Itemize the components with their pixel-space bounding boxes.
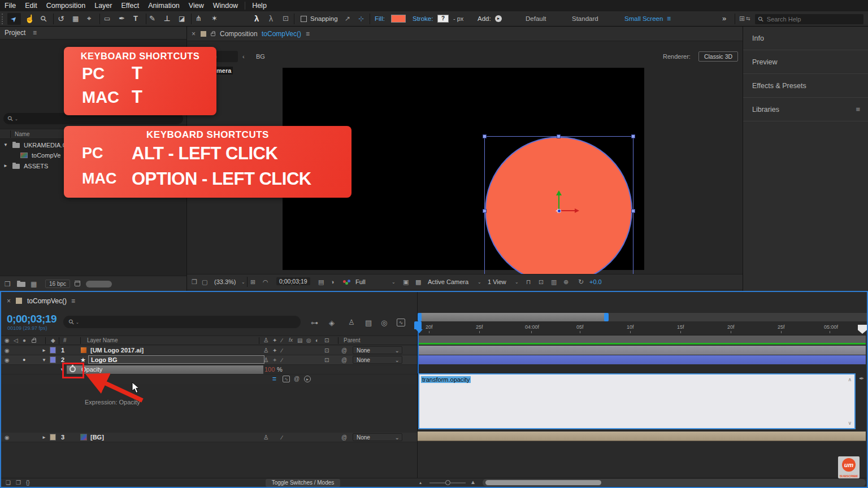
breadcrumb-current[interactable]: BG [256, 54, 265, 60]
interpret-footage-icon[interactable]: ❒ [5, 281, 11, 287]
project-panel-menu-icon[interactable]: ≡ [33, 29, 37, 36]
new-folder-icon[interactable] [17, 282, 25, 287]
menu-view[interactable]: View [184, 2, 209, 10]
layer-name[interactable]: [UM Logo 2017.ai] [90, 347, 144, 354]
parent-pickwhip-icon[interactable]: @ [341, 358, 347, 363]
video-column-icon[interactable]: ◉ [5, 338, 10, 343]
workspace-standard[interactable]: Standard [572, 16, 598, 23]
always-preview-icon[interactable]: ❒ [192, 279, 197, 285]
panel-tab-effects-presets[interactable]: Effects & Presets [743, 74, 868, 98]
layer-name[interactable]: [BG] [90, 434, 104, 441]
project-item-label[interactable]: ASSETS [24, 163, 48, 169]
menu-animation[interactable]: Animation [144, 2, 184, 10]
layer-name-column-header[interactable]: Layer Name [87, 338, 118, 343]
magnification-value[interactable]: (33.3%) [214, 279, 236, 285]
reset-exposure-icon[interactable]: ↻ [578, 278, 584, 285]
close-icon[interactable]: × [7, 298, 11, 304]
search-options-chevron-icon[interactable]: ⌄ [15, 117, 18, 121]
view-layout-dropdown[interactable]: 1 View [488, 279, 506, 285]
quality-switch-icon[interactable]: ∕ [281, 358, 283, 363]
solo-dot-icon[interactable]: ● [23, 358, 25, 363]
selection-handle[interactable] [483, 209, 487, 213]
expression-side-icon[interactable]: ✒ [859, 376, 864, 382]
3d-box-icon[interactable]: ⊡ [324, 348, 329, 354]
project-panel-title[interactable]: Project [5, 29, 25, 36]
3d-box-icon[interactable]: ⊡ [324, 358, 329, 363]
quality-switch-icon[interactable]: ∕ [281, 348, 283, 354]
viewer-timecode[interactable]: 0;00;03;19 [276, 277, 310, 285]
stroke-width-label[interactable]: - px [453, 16, 463, 22]
selection-handle[interactable] [557, 134, 561, 138]
roto-brush-tool-icon[interactable]: ⋔ [196, 15, 202, 22]
panel-tab-info[interactable]: Info [743, 27, 868, 50]
menu-effect[interactable]: Effect [116, 2, 144, 10]
menu-edit[interactable]: Edit [20, 2, 42, 10]
fill-swatch[interactable] [391, 15, 406, 23]
anchor-point[interactable] [557, 209, 561, 213]
mask-visibility-icon[interactable]: ◠ [263, 279, 268, 285]
rig-bounds-icon[interactable]: ⊡ [283, 15, 289, 22]
motion-blur-switch-icon[interactable]: ◎ [306, 338, 311, 343]
workspace-menu-icon[interactable]: ≡ [667, 15, 671, 22]
disclosure-closed-icon[interactable]: ► [42, 348, 46, 353]
project-scrollbar[interactable] [86, 281, 112, 287]
layer-3-duration-bar[interactable] [418, 432, 866, 441]
rotate-tool-icon[interactable]: ↺ [58, 15, 64, 23]
renderer-value-button[interactable]: Classic 3D [698, 51, 738, 62]
layer-label-color[interactable] [50, 434, 56, 441]
help-search-box[interactable]: ⚲ [755, 14, 863, 24]
fast-previews-icon[interactable]: ⊡ [539, 279, 544, 285]
expression-pickwhip-icon[interactable]: @ [294, 376, 300, 382]
workspace-switcher-arrows-icon[interactable]: ⇆ [746, 16, 750, 21]
playhead-line[interactable] [418, 329, 419, 373]
pixel-aspect-icon[interactable]: ⊓ [526, 279, 531, 285]
selection-handle[interactable] [483, 134, 487, 138]
disclosure-closed-icon[interactable]: ► [3, 164, 8, 168]
clone-stamp-tool-icon[interactable]: ⊥ [164, 15, 170, 22]
breadcrumb-back-icon[interactable]: ‹ [242, 54, 245, 60]
transparency-grid-icon[interactable]: ▩ [415, 279, 421, 285]
subscribe-badge[interactable]: um SUBSCRIBE [838, 456, 860, 478]
parent-pickwhip-icon[interactable]: @ [341, 348, 347, 354]
hand-tool-icon[interactable]: ☝ [25, 15, 34, 23]
rig-person-icon[interactable]: λ [254, 14, 259, 23]
composition-tab-comp-name[interactable]: toCompVec() [262, 30, 301, 37]
shy-switch-icon[interactable]: ♙ [263, 357, 269, 363]
parent-pickwhip-icon[interactable]: @ [341, 435, 347, 441]
expression-editor[interactable]: transform.opacity ∧ ∨ [418, 373, 856, 429]
scroll-up-icon[interactable]: ∧ [848, 377, 852, 382]
add-menu-icon[interactable]: ▸ [495, 15, 502, 22]
rig-person-outline-icon[interactable]: λ [269, 15, 273, 23]
parent-dropdown[interactable]: None ⌄ [353, 356, 402, 364]
chevron-down-icon[interactable]: ⌄ [478, 280, 481, 285]
text-tool-icon[interactable]: T [133, 15, 138, 22]
quality-switch-icon[interactable]: ∕ [281, 435, 283, 441]
timeline-graph-icon[interactable]: ▥ [551, 279, 557, 285]
help-search-input[interactable] [767, 16, 852, 23]
motion-blur-icon[interactable]: ◎ [381, 319, 387, 326]
new-composition-icon[interactable]: ▦ [31, 281, 37, 287]
solo-column-icon[interactable]: ● [23, 338, 26, 343]
resolution-dropdown[interactable]: Full [355, 279, 366, 285]
stroke-swatch[interactable]: ? [437, 15, 449, 23]
time-ruler[interactable]: 20f 25f 04:00f 05f 10f 15f 20f 25f 05:00… [418, 321, 867, 336]
pan-behind-tool-icon[interactable]: ⌖ [87, 15, 91, 22]
expression-text-selected[interactable]: transform.opacity [421, 376, 471, 383]
selection-handle[interactable] [631, 209, 635, 213]
chevron-down-icon[interactable]: ⌄ [241, 280, 245, 285]
expression-graph-icon[interactable]: ∿ [283, 376, 290, 382]
workspace-small-screen[interactable]: Small Screen [624, 16, 663, 23]
workspace-default[interactable]: Default [526, 16, 546, 23]
collapse-switch-icon[interactable]: ✦ [272, 338, 277, 343]
eraser-tool-icon[interactable]: ◪ [179, 15, 185, 22]
panel-menu-icon[interactable]: ≡ [856, 106, 860, 113]
flowchart-icon[interactable]: ⊕ [563, 279, 568, 285]
expand-layer-switches-icon[interactable]: ❏ [6, 480, 11, 486]
trash-icon[interactable] [75, 281, 80, 286]
x-axis-gizmo[interactable] [560, 210, 575, 211]
frame-blending-icon[interactable]: ▤ [365, 319, 372, 326]
zoom-tool-icon[interactable]: ⚲ [39, 14, 49, 23]
parent-column-header[interactable]: Parent [344, 338, 360, 343]
enable-expression-icon[interactable]: = [272, 376, 276, 382]
current-timecode[interactable]: 0;00;03;19 [7, 313, 57, 324]
